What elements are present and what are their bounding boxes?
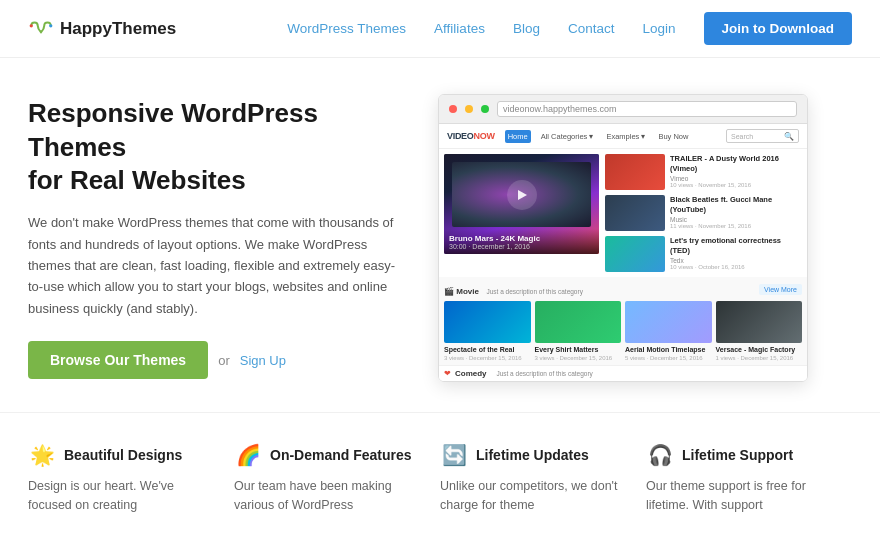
hero-text: Responsive WordPress Themes for Real Web… <box>28 97 398 380</box>
featured-video-area: Bruno Mars - 24K Magic 30:00 · December … <box>439 149 807 277</box>
grid-thumb-1 <box>444 301 531 343</box>
side-title-3: Let's try emotional correctness (TED) <box>670 236 802 256</box>
movie-category-info: 🎬 Movie Just a description of this categ… <box>444 281 583 297</box>
sign-up-link[interactable]: Sign Up <box>240 353 286 368</box>
browser-url-bar: videonow.happythemes.com <box>497 101 797 117</box>
feature-desc-2: Our team have been making various of Wor… <box>234 477 420 516</box>
side-meta-2: 11 views · November 15, 2016 <box>670 223 802 229</box>
feature-icon-row-1: 🌟 Beautiful Designs <box>28 441 214 469</box>
grid-meta-2: 3 views · December 15, 2016 <box>535 355 622 361</box>
feature-icon-row-2: 🌈 On-Demand Features <box>234 441 420 469</box>
movie-category-header: 🎬 Movie Just a description of this categ… <box>444 281 802 297</box>
browse-themes-button[interactable]: Browse Our Themes <box>28 341 208 379</box>
grid-video-3: Aerial Motion Timelapse 5 views · Decemb… <box>625 301 712 361</box>
side-info-3: Let's try emotional correctness (TED) Te… <box>670 236 802 270</box>
browser-bar: videonow.happythemes.com <box>439 95 807 124</box>
movie-view-more: View More <box>759 284 802 295</box>
side-channel-3: Tedx <box>670 257 802 264</box>
nav-item-login[interactable]: Login <box>642 21 675 36</box>
side-video-item: TRAILER - A Dusty World 2016 (Vimeo) Vim… <box>605 154 802 190</box>
side-video-list: TRAILER - A Dusty World 2016 (Vimeo) Vim… <box>605 154 802 272</box>
svg-point-0 <box>30 24 33 27</box>
side-channel-2: Music <box>670 216 802 223</box>
features-section: 🌟 Beautiful Designs Design is our heart.… <box>0 413 880 536</box>
on-demand-icon: 🌈 <box>234 441 262 469</box>
lifetime-support-icon: 🎧 <box>646 441 674 469</box>
main-nav: WordPress Themes Affiliates Blog Contact… <box>287 12 852 45</box>
inner-nav-home: Home <box>505 130 531 143</box>
comedy-heart-icon: ❤ <box>444 369 451 378</box>
grid-title-4: Versace - Magic Factory <box>716 345 803 354</box>
feature-lifetime-updates: 🔄 Lifetime Updates Unlike our competitor… <box>440 441 646 516</box>
side-channel-1: Vimeo <box>670 175 802 182</box>
grid-video-2: Every Shirt Matters 3 views · December 1… <box>535 301 622 361</box>
svg-point-1 <box>49 24 52 27</box>
comedy-desc <box>491 370 493 377</box>
hero-or-label: or <box>218 353 230 368</box>
hero-screenshot: videonow.happythemes.com VIDEONOW Home A… <box>438 94 852 382</box>
inner-nav-links: Home All Categories ▾ Examples ▾ Buy Now <box>505 130 716 143</box>
grid-thumb-4 <box>716 301 803 343</box>
grid-video-4: Versace - Magic Factory 1 views · Decemb… <box>716 301 803 361</box>
nav-item-wordpress-themes[interactable]: WordPress Themes <box>287 21 406 36</box>
feature-icon-row-3: 🔄 Lifetime Updates <box>440 441 626 469</box>
nav-item-blog[interactable]: Blog <box>513 21 540 36</box>
feature-desc-3: Unlike our competitors, we don't charge … <box>440 477 626 516</box>
browser-dot-yellow <box>465 105 473 113</box>
side-info-2: Black Beatles ft. Gucci Mane (YouTube) M… <box>670 195 802 229</box>
feature-title-2: On-Demand Features <box>270 447 412 463</box>
logo-area: HappyThemes <box>28 19 176 39</box>
main-video-overlay: Bruno Mars - 24K Magic 30:00 · December … <box>444 229 599 254</box>
browser-dot-red <box>449 105 457 113</box>
header: HappyThemes WordPress Themes Affiliates … <box>0 0 880 58</box>
inner-search-text: Search <box>731 133 781 140</box>
nav-item-contact[interactable]: Contact <box>568 21 615 36</box>
logo-text: HappyThemes <box>60 19 176 39</box>
main-video-meta: 30:00 · December 1, 2016 <box>449 243 594 250</box>
main-video-title: Bruno Mars - 24K Magic <box>449 234 594 243</box>
feature-on-demand: 🌈 On-Demand Features Our team have been … <box>234 441 440 516</box>
feature-title-4: Lifetime Support <box>682 447 793 463</box>
nav-item-affiliates[interactable]: Affiliates <box>434 21 485 36</box>
inner-site-logo: VIDEONOW <box>447 131 495 141</box>
inner-search-bar: Search 🔍 <box>726 129 799 143</box>
inner-nav-examples: Examples ▾ <box>603 130 648 143</box>
feature-desc-1: Design is our heart. We've focused on cr… <box>28 477 214 516</box>
hero-title: Responsive WordPress Themes for Real Web… <box>28 97 398 198</box>
grid-meta-4: 1 views · December 15, 2016 <box>716 355 803 361</box>
comedy-desc-text: Just a description of this category <box>496 370 592 377</box>
side-title-2: Black Beatles ft. Gucci Mane (YouTube) <box>670 195 802 215</box>
hero-actions: Browse Our Themes or Sign Up <box>28 341 398 379</box>
grid-thumb-2 <box>535 301 622 343</box>
inner-site-nav: VIDEONOW Home All Categories ▾ Examples … <box>439 124 807 149</box>
side-title-1: TRAILER - A Dusty World 2016 (Vimeo) <box>670 154 802 174</box>
side-meta-3: 10 views · October 16, 2016 <box>670 264 802 270</box>
join-to-download-button[interactable]: Join to Download <box>704 12 853 45</box>
comedy-label: Comedy <box>455 369 487 378</box>
grid-meta-3: 5 views · December 15, 2016 <box>625 355 712 361</box>
mock-site-content: VIDEONOW Home All Categories ▾ Examples … <box>439 124 807 381</box>
comedy-category-section: ❤ Comedy Just a description of this cate… <box>439 365 807 381</box>
feature-lifetime-support: 🎧 Lifetime Support Our theme support is … <box>646 441 852 516</box>
side-thumb-1 <box>605 154 665 190</box>
side-video-item: Black Beatles ft. Gucci Mane (YouTube) M… <box>605 195 802 231</box>
mock-browser: videonow.happythemes.com VIDEONOW Home A… <box>438 94 808 382</box>
grid-meta-1: 3 views · December 15, 2016 <box>444 355 531 361</box>
feature-icon-row-4: 🎧 Lifetime Support <box>646 441 832 469</box>
grid-title-3: Aerial Motion Timelapse <box>625 345 712 354</box>
movie-category-section: 🎬 Movie Just a description of this categ… <box>439 277 807 365</box>
hero-section: Responsive WordPress Themes for Real Web… <box>0 58 880 412</box>
movie-category-label: 🎬 Movie <box>444 287 479 296</box>
logo-icon <box>28 19 54 39</box>
feature-title-1: Beautiful Designs <box>64 447 182 463</box>
inner-nav-buynow: Buy Now <box>655 130 691 143</box>
inner-search-icon: 🔍 <box>784 132 794 141</box>
grid-title-1: Spectacle of the Real <box>444 345 531 354</box>
side-video-item: Let's try emotional correctness (TED) Te… <box>605 236 802 272</box>
movie-category-desc-text: Just a description of this category <box>486 288 582 295</box>
beautiful-designs-icon: 🌟 <box>28 441 56 469</box>
movie-video-grid: Spectacle of the Real 3 views · December… <box>444 301 802 361</box>
hero-description: We don't make WordPress themes that come… <box>28 212 398 319</box>
side-thumb-2 <box>605 195 665 231</box>
browser-dot-green <box>481 105 489 113</box>
